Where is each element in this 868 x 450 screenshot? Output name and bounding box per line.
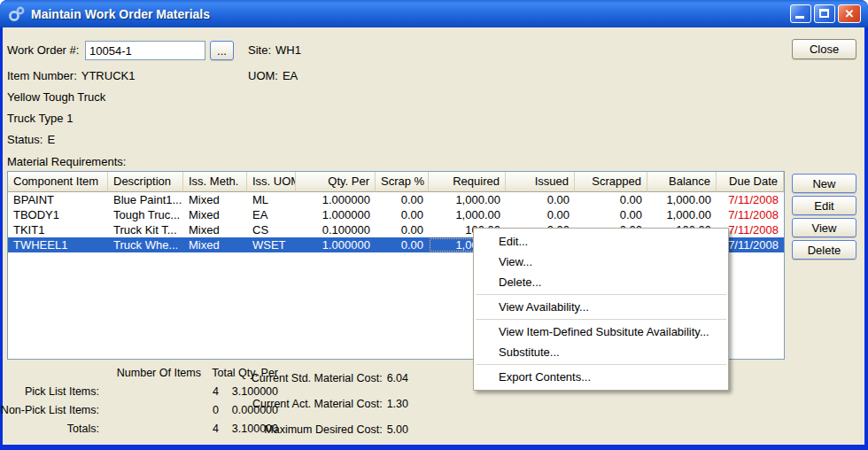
- table-cell: Tough Truc...: [108, 207, 183, 222]
- window-title: Maintain Work Order Materials: [31, 7, 210, 21]
- table-cell: 7/11/2008: [717, 192, 784, 207]
- table-cell: Blue Paint1...: [108, 192, 183, 207]
- new-button[interactable]: New: [792, 174, 856, 193]
- context-menu-item-substitute[interactable]: Substitute...: [474, 342, 728, 362]
- column-header-scrap-[interactable]: Scrap %: [376, 172, 429, 192]
- close-icon: ✕: [839, 5, 860, 22]
- table-cell: 1.000000: [296, 192, 376, 207]
- context-menu-item-view-availability[interactable]: View Availability...: [474, 297, 728, 317]
- table-cell: 0.00: [575, 207, 647, 222]
- work-order-input[interactable]: [85, 41, 205, 60]
- table-cell: Mixed: [183, 207, 247, 222]
- summary-header-spacer: [0, 364, 99, 383]
- column-header-iss-meth-[interactable]: Iss. Meth.: [183, 172, 247, 192]
- summary-row-label: Non-Pick List Items:: [0, 401, 99, 420]
- site-label: Site:: [248, 43, 271, 57]
- minimize-button[interactable]: [790, 4, 811, 23]
- column-header-balance[interactable]: Balance: [647, 172, 717, 192]
- status-field: Status:E: [7, 130, 55, 150]
- table-cell: 0.00: [376, 192, 429, 207]
- table-cell: 0.00: [376, 237, 429, 252]
- table-cell: 0.00: [376, 222, 429, 237]
- summary-row-count: 4: [99, 383, 219, 401]
- table-cell: 1,000.00: [429, 192, 506, 207]
- cost-value: 1.30: [387, 398, 408, 410]
- minimize-icon: [795, 16, 804, 19]
- close-window-button[interactable]: ✕: [838, 4, 861, 23]
- maximize-button[interactable]: [814, 4, 835, 23]
- menu-separator: [476, 294, 726, 295]
- cost-line: Current Std. Material Cost:6.04: [242, 366, 408, 392]
- table-cell: 1.000000: [296, 237, 376, 252]
- column-header-iss-uom[interactable]: Iss. UOM: [247, 172, 296, 192]
- table-cell: 0.00: [376, 207, 429, 222]
- table-cell: BPAINT: [8, 192, 108, 207]
- gears-icon: [7, 5, 27, 23]
- table-cell: Mixed: [183, 237, 247, 252]
- table-cell: 1,000.00: [647, 192, 717, 207]
- menu-separator: [476, 319, 726, 320]
- uom-field: UOM:EA: [248, 66, 298, 86]
- table-cell: 0.100000: [296, 222, 376, 237]
- cost-label: Maximum Desired Cost:: [264, 423, 382, 436]
- table-row[interactable]: BPAINTBlue Paint1...MixedML1.0000000.001…: [8, 192, 784, 207]
- work-order-label: Work Order #:: [7, 41, 79, 60]
- context-menu: Edit...View...Delete...View Availability…: [473, 228, 729, 391]
- dialog-body: Work Order #: ... Site:WH1 Close Item Nu…: [3, 27, 864, 445]
- cost-line: Current Act. Material Cost:1.30: [242, 392, 408, 417]
- table-cell: 1,000.00: [429, 207, 506, 222]
- app-window: Maintain Work Order Materials ✕ Work Ord…: [0, 0, 868, 450]
- cost-label: Current Act. Material Cost:: [252, 398, 383, 410]
- summary-row-count: 0: [99, 401, 219, 420]
- site-field: Site:WH1: [248, 41, 301, 60]
- table-cell: 1.000000: [296, 207, 376, 222]
- context-menu-item-edit[interactable]: Edit...: [474, 231, 728, 252]
- costs-panel: Current Std. Material Cost:6.04Current A…: [242, 366, 408, 443]
- column-header-required[interactable]: Required: [429, 172, 506, 192]
- table-cell: 7/11/2008: [717, 207, 784, 222]
- column-header-description[interactable]: Description: [108, 172, 183, 192]
- context-menu-item-view-item-defined-subsitute-availability[interactable]: View Item-Defined Subsitute Availability…: [474, 322, 728, 342]
- table-cell: Mixed: [183, 192, 247, 207]
- cost-line: Maximum Desired Cost:5.00: [242, 417, 408, 443]
- item-description-line1: Yellow Tough Truck: [7, 88, 105, 107]
- table-row[interactable]: TBODY1Tough Truc...MixedEA1.0000000.001,…: [8, 207, 784, 222]
- context-menu-item-export-contents[interactable]: Export Contents...: [474, 367, 728, 387]
- table-cell: TKIT1: [8, 222, 108, 237]
- delete-button[interactable]: Delete: [792, 240, 856, 260]
- column-header-qty-per[interactable]: Qty. Per: [296, 172, 376, 192]
- cost-value: 6.04: [387, 372, 408, 384]
- summary-row-label: Totals:: [0, 420, 99, 438]
- cost-label: Current Std. Material Cost:: [252, 372, 383, 384]
- table-cell: 0.00: [506, 192, 575, 207]
- menu-separator: [476, 364, 726, 365]
- column-header-issued[interactable]: Issued: [506, 172, 575, 192]
- column-header-scrapped[interactable]: Scrapped: [575, 172, 647, 192]
- column-header-due-date[interactable]: Due Date: [717, 172, 784, 192]
- item-number-value: YTRUCK1: [81, 69, 136, 82]
- close-button[interactable]: Close: [792, 39, 856, 59]
- site-value: WH1: [275, 43, 301, 57]
- table-cell: 0.00: [506, 207, 575, 222]
- summary-row-count: 4: [99, 420, 219, 438]
- table-cell: 1,000.00: [647, 207, 717, 222]
- item-description-line2: Truck Type 1: [7, 109, 73, 128]
- work-order-browse-button[interactable]: ...: [210, 41, 234, 60]
- table-cell: Truck Whe...: [108, 237, 183, 252]
- table-cell: 0.00: [575, 192, 647, 207]
- table-cell: ML: [247, 192, 296, 207]
- context-menu-item-delete[interactable]: Delete...: [474, 272, 728, 292]
- table-cell: Mixed: [183, 222, 247, 237]
- maximize-icon: [819, 9, 829, 18]
- context-menu-item-view[interactable]: View...: [474, 252, 728, 272]
- item-number-field: Item Number:YTRUCK1: [7, 66, 135, 86]
- table-cell: TWHEEL1: [8, 237, 108, 252]
- material-requirements-label: Material Requirements:: [7, 152, 126, 172]
- table-cell: CS: [247, 222, 296, 237]
- table-header-row: Component ItemDescriptionIss. Meth.Iss. …: [8, 172, 784, 192]
- column-header-component-item[interactable]: Component Item: [8, 172, 108, 192]
- title-bar: Maintain Work Order Materials ✕: [0, 0, 868, 27]
- view-button[interactable]: View: [792, 218, 856, 237]
- summary-row-label: Pick List Items:: [0, 383, 99, 401]
- edit-button[interactable]: Edit: [792, 196, 856, 215]
